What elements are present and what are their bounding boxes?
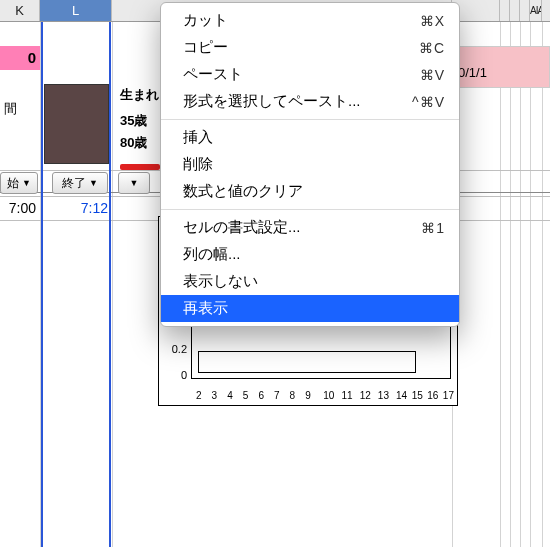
start-button-label: 始 <box>7 173 19 193</box>
col-header-K[interactable]: K <box>0 0 40 21</box>
menu-hide[interactable]: 表示しない <box>161 268 459 295</box>
xtick-label: 11 <box>341 390 352 401</box>
xtick-label: 17 <box>443 390 454 401</box>
menu-shortcut: ⌘V <box>420 67 445 83</box>
col-header-L[interactable]: L <box>40 0 112 21</box>
ytick-label: 0.2 <box>172 343 187 355</box>
menu-paste[interactable]: ペースト ⌘V <box>161 61 459 88</box>
menu-format-cells[interactable]: セルの書式設定... ⌘1 <box>161 214 459 241</box>
menu-separator <box>161 209 459 210</box>
chevron-down-icon: ▼ <box>22 173 31 193</box>
cell-label-left: 間 <box>4 100 17 118</box>
menu-label: 表示しない <box>183 272 258 291</box>
col-header-O[interactable] <box>500 0 510 21</box>
filter-button[interactable]: ▼ <box>118 172 150 194</box>
menu-column-width[interactable]: 列の幅... <box>161 241 459 268</box>
menu-label: 削除 <box>183 155 213 174</box>
menu-shortcut: ^⌘V <box>412 94 445 110</box>
xtick-label: 6 <box>258 390 264 401</box>
red-marker <box>120 164 160 170</box>
chevron-down-icon: ▼ <box>130 173 139 193</box>
context-menu: カット ⌘X コピー ⌘C ペースト ⌘V 形式を選択してペースト... ^⌘V… <box>160 2 460 327</box>
menu-copy[interactable]: コピー ⌘C <box>161 34 459 61</box>
menu-label: セルの書式設定... <box>183 218 301 237</box>
xtick-label: 15 <box>412 390 423 401</box>
menu-label: ペースト <box>183 65 243 84</box>
col-header-right-group[interactable]: AIAIA <box>530 0 542 21</box>
cell-text-3: 80歳 <box>120 134 147 152</box>
cell-text-2: 35歳 <box>120 112 147 130</box>
menu-paste-special[interactable]: 形式を選択してペースト... ^⌘V <box>161 88 459 115</box>
dark-chart-thumb[interactable] <box>44 84 109 164</box>
xtick-label: 10 <box>323 390 334 401</box>
spreadsheet-viewport: K L AIAIA 0 間 生まれ 35歳 80歳 始 ▼ <box>0 0 550 547</box>
pink-cell[interactable]: 0 <box>0 46 40 70</box>
menu-label: 挿入 <box>183 128 213 147</box>
menu-label: 形式を選択してペースト... <box>183 92 361 111</box>
date-cell[interactable]: 0/1/1 <box>453 46 550 88</box>
chart-x-axis: 2 3 4 5 6 7 8 9 10 11 12 13 14 15 16 17 <box>191 379 451 403</box>
menu-delete[interactable]: 削除 <box>161 151 459 178</box>
xtick-label: 13 <box>378 390 389 401</box>
xtick-label: 7 <box>274 390 280 401</box>
time-cell-1[interactable]: 7:00 <box>0 200 36 216</box>
menu-label: 列の幅... <box>183 245 241 264</box>
xtick-label: 8 <box>290 390 296 401</box>
cell-text-1: 生まれ <box>120 86 159 104</box>
menu-shortcut: ⌘1 <box>421 220 445 236</box>
menu-shortcut: ⌘X <box>420 13 445 29</box>
xtick-label: 5 <box>243 390 249 401</box>
start-button[interactable]: 始 ▼ <box>0 172 38 194</box>
menu-shortcut: ⌘C <box>419 40 445 56</box>
xtick-label: 2 <box>196 390 202 401</box>
menu-label: コピー <box>183 38 228 57</box>
col-header-Q[interactable] <box>520 0 530 21</box>
menu-cut[interactable]: カット ⌘X <box>161 7 459 34</box>
xtick-label: 12 <box>360 390 371 401</box>
menu-separator <box>161 119 459 120</box>
xtick-label: 9 <box>305 390 311 401</box>
time-cell-2[interactable]: 7:12 <box>48 200 108 216</box>
menu-unhide[interactable]: 再表示 <box>161 295 459 322</box>
menu-label: 数式と値のクリア <box>183 182 303 201</box>
xtick-label: 14 <box>396 390 407 401</box>
menu-label: カット <box>183 11 228 30</box>
chevron-down-icon: ▼ <box>89 173 98 193</box>
xtick-label: 3 <box>212 390 218 401</box>
xtick-label: 16 <box>427 390 438 401</box>
end-button[interactable]: 終了 ▼ <box>52 172 108 194</box>
xtick-label: 4 <box>227 390 233 401</box>
col-header-P[interactable] <box>510 0 520 21</box>
chart-inner-box <box>198 351 416 373</box>
menu-clear[interactable]: 数式と値のクリア <box>161 178 459 205</box>
menu-insert[interactable]: 挿入 <box>161 124 459 151</box>
menu-label: 再表示 <box>183 299 228 318</box>
end-button-label: 終了 <box>62 173 86 193</box>
ytick-label: 0 <box>181 369 187 381</box>
